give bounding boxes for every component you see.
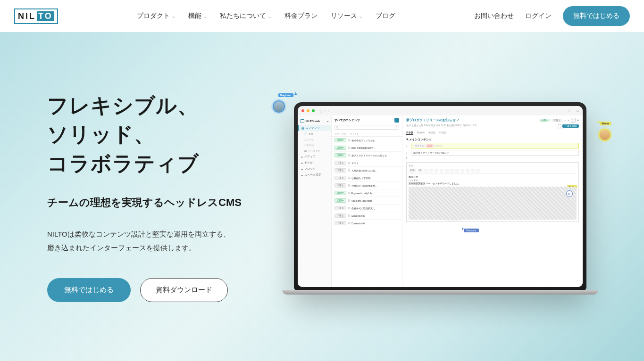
redo-icon[interactable] [476,169,480,172]
status-badge: 下書き [335,213,346,218]
download-docs-button[interactable]: 資料ダウンロード [140,278,228,302]
doc-icon [348,169,350,172]
laptop-mockup: ▢ ‹ › ⤴ + ⊞ NILTO web▾ ▦コンテンツ 📄本番 ニュース 特… [294,102,586,291]
paragraph-style[interactable]: 標準 [409,169,416,172]
code-icon[interactable] [460,169,464,172]
sidebar-item-archive[interactable]: 🗂アーカイブ [298,148,331,154]
play-icon[interactable] [566,190,573,197]
hero-copy: フレキシブル、 ソリッド、 コラボラティブ チームの理想を実現するヘッドレスCM… [47,91,283,303]
link-icon[interactable] [440,169,443,172]
publish-button[interactable]: 上書き公開 [562,124,579,128]
chevron-down-icon: ⌵ [268,14,271,19]
list-header: すべてのコンテンツ [332,115,402,125]
row-title: テスト [351,162,399,164]
italic-icon[interactable] [429,169,433,172]
window-chrome: ▢ ‹ › ⤴ + ⊞ [298,106,583,115]
status-badge: 下書き [335,176,346,180]
chevron-down-icon: ⌵ [172,14,175,19]
sidebar-item-production[interactable]: 📄本番 [298,131,331,137]
list-icon[interactable] [445,169,449,172]
table-row[interactable]: 下書きContents title [332,220,402,227]
cta-button[interactable]: 無料ではじめる [563,6,630,26]
doc-icon [348,207,350,209]
doc-icon [348,162,350,164]
nav-features[interactable]: 機能⌵ [188,12,207,20]
doc-icon [348,214,350,217]
row-title: Contents title [351,222,399,225]
nav-blog[interactable]: ブログ [376,12,395,20]
tab-japanese[interactable]: 日本語 [406,131,413,135]
nav-resources[interactable]: リソース⌵ [331,12,362,20]
doc-icon [348,184,350,187]
list-ol-icon[interactable] [450,169,454,172]
sidebar-item-content[interactable]: ▦コンテンツ [298,125,331,131]
close-icon[interactable]: ✕ [577,119,579,122]
doc-icon [348,154,350,156]
doc-icon [348,139,350,141]
minimize-icon [307,109,309,112]
logo[interactable]: NILTO [14,8,58,24]
tab-korean[interactable]: 韓国語 [439,131,446,135]
rich-text-editor[interactable]: 本文 標準 h2 Smith 株式会社 ヘッドレ スマートフォン バージョンをリ… [406,162,579,222]
workspace-selector[interactable]: NILTO web▾ [298,117,331,125]
row-title: 社員紹介（開発推進事... [351,184,399,187]
status-badge: 公開中 [335,146,346,150]
more-icon[interactable]: ⋯ [564,119,566,122]
table-row[interactable]: 公開中About the logo mark [332,197,402,205]
quote-icon[interactable] [455,169,459,172]
nav-pricing[interactable]: 料金プラン [284,12,318,20]
undo-icon[interactable] [471,169,475,172]
row-title: Engineer's daily Life [351,192,399,195]
table-row[interactable]: 下書き社員紹介（開発推進事... [332,182,402,189]
nav-about[interactable]: 私たちについて⌵ [220,12,271,20]
sidebar-item-block[interactable]: ▸ブロック [298,166,331,172]
sidebar-item-news[interactable]: ニュース [298,137,331,142]
underline-icon[interactable] [435,169,438,172]
cursor-label-writer: Writer [600,122,611,125]
site-header: NILTO プロダクト⌵ 機能⌵ 私たちについて⌵ 料金プラン リソース⌵ ブロ… [0,0,644,32]
tab-english[interactable]: English [417,131,425,135]
table-row[interactable]: 公開中株式会社フェンリルと... [332,137,402,144]
table-row[interactable]: 下書き社員紹介（営業部） [332,174,402,182]
row-title: Contents title [351,214,399,217]
preview-icon[interactable]: ▢ [571,118,576,123]
settings-icon[interactable]: ▢ [558,124,562,129]
sidebar-item-model[interactable]: ▸モデル [298,160,331,166]
table-row[interactable]: 下書き自社株式の取得状況に... [332,205,402,212]
nav-product[interactable]: プロダクト⌵ [137,12,175,20]
start-free-button[interactable]: 無料ではじめる [47,278,131,302]
hero-buttons: 無料ではじめる 資料ダウンロード [47,278,269,302]
search-input[interactable]: Q☰ [335,125,399,130]
editor-toolbar: 標準 h2 [409,168,577,174]
bold-icon[interactable] [424,169,428,172]
sidebar-item-settings[interactable]: ▸スペース設定 [298,172,331,178]
header-actions: お問い合わせ ログイン 無料ではじめる [474,6,630,26]
hero-section: フレキシブル、 ソリッド、 コラボラティブ チームの理想を実現するヘッドレスCM… [0,32,644,361]
title-value[interactable]: 新プロダクトリリースのお知らせ [411,150,579,156]
add-content-button[interactable] [394,118,399,123]
contact-link[interactable]: お問い合わせ [474,12,514,20]
table-row[interactable]: 公開中新プロダクトリリースのお知らせ [332,152,402,159]
table-row[interactable]: 公開中2024年3月期第1四半... [332,144,402,152]
tab-chinese[interactable]: 中国語 [428,131,435,135]
logo-icon [301,119,304,123]
table-row[interactable]: 下書きテスト [332,159,402,167]
collaborator-avatar [273,100,285,113]
app-screenshot: ▢ ‹ › ⤴ + ⊞ NILTO web▾ ▦コンテンツ 📄本番 ニュース 特… [298,106,583,287]
cursor-label-translator: Translator [464,229,479,232]
status-badge: 公開中 [539,119,550,122]
table-row[interactable]: 下書き人事異動に関するお知... [332,167,402,174]
table-row[interactable]: 下書きContents title [332,212,402,220]
status-badge: 下書き [552,119,562,122]
title-field[interactable]: タイトル 必須 テキスト 三谷梶斗 [411,143,579,148]
expand-icon[interactable]: ⤢ [568,119,569,122]
doc-icon [348,147,350,149]
table-row[interactable]: 公開中Engineer's daily Life [332,189,402,197]
sidebar-item-media[interactable]: ▸メディア [298,154,331,160]
row-title: 自社株式の取得状況に... [351,207,399,210]
image-icon[interactable] [466,169,469,172]
login-link[interactable]: ログイン [525,12,552,20]
status-badge: 公開中 [335,191,346,195]
sidebar-item-featured[interactable]: 特集動画 [298,142,331,148]
row-title: 2024年3月期第1四半... [351,147,399,149]
